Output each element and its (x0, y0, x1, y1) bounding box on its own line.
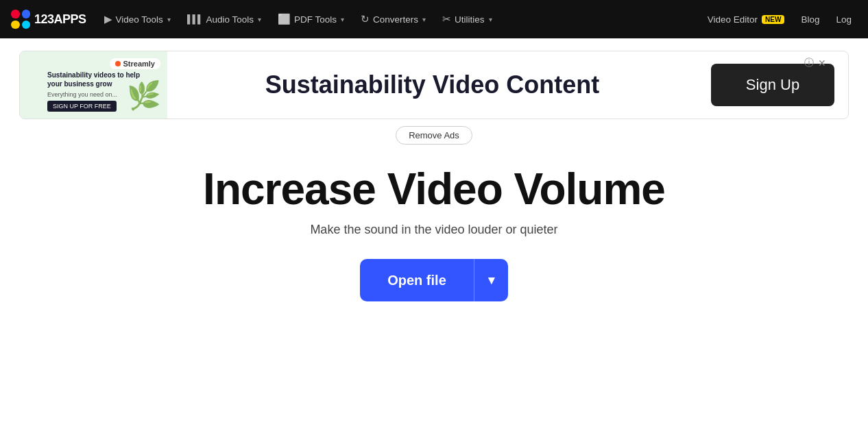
ad-signup-cta-btn[interactable]: Sign Up (711, 64, 834, 106)
logo-dot-cyan (22, 21, 31, 29)
ad-illustration: 🌿 (123, 75, 165, 116)
ad-controls: ⓘ ✕ (804, 57, 826, 69)
logo-dot-blue (22, 10, 31, 18)
nav-video-tools-label: Video Tools (116, 14, 163, 25)
logo[interactable]: 123APPS (11, 10, 86, 29)
nav-pdf-tools-label: PDF Tools (294, 14, 337, 25)
nav-audio-tools[interactable]: ▌▌▌ Audio Tools ▾ (180, 10, 268, 29)
streamly-label: Streamly (123, 60, 155, 68)
nav-video-editor[interactable]: Video Editor NEW (702, 10, 791, 29)
logo-dot-red (11, 10, 20, 18)
nav-utilities-label: Utilities (455, 14, 485, 25)
audio-tools-chevron: ▾ (258, 16, 261, 23)
nav-converters[interactable]: ↻ Converters ▾ (354, 9, 433, 29)
converters-chevron: ▾ (422, 16, 426, 23)
audio-tools-icon: ▌▌▌ (187, 14, 203, 24)
nav-right: Video Editor NEW Blog Log (702, 10, 857, 29)
ad-title: Sustainability Video Content (265, 71, 599, 99)
ad-left-panel: Streamly Sustainability videos to help y… (20, 51, 167, 119)
new-badge: NEW (762, 15, 784, 24)
hero-title: Increase Video Volume (203, 165, 665, 213)
nav-blog[interactable]: Blog (795, 10, 825, 29)
utilities-icon: ✂ (442, 13, 451, 25)
converters-icon: ↻ (361, 13, 370, 25)
open-file-button[interactable]: Open file ▾ (360, 259, 508, 301)
nav-video-tools[interactable]: ▶ Video Tools ▾ (97, 9, 178, 29)
nav-video-editor-label: Video Editor (708, 14, 758, 25)
remove-ads-button[interactable]: Remove Ads (396, 126, 472, 145)
hero-subtitle: Make the sound in the video louder or qu… (203, 223, 665, 237)
logo-dots (11, 10, 30, 29)
open-file-wrap: Open file ▾ (360, 259, 508, 301)
video-tools-chevron: ▾ (167, 16, 171, 23)
ad-signup-small-btn[interactable]: SIGN UP FOR FREE (47, 101, 117, 112)
streamly-dot (115, 61, 121, 66)
video-tools-icon: ▶ (104, 13, 112, 25)
utilities-chevron: ▾ (489, 16, 492, 23)
ad-center-panel: Sustainability Video Content (167, 51, 697, 119)
remove-ads-wrap: Remove Ads (396, 126, 472, 145)
leaf-icon: 🌿 (127, 79, 161, 112)
ad-banner: ⓘ ✕ Streamly Sustainability videos to he… (19, 51, 849, 119)
navbar: 123APPS ▶ Video Tools ▾ ▌▌▌ Audio Tools … (0, 0, 868, 38)
pdf-tools-icon: ⬜ (278, 13, 291, 25)
ad-close-icon[interactable]: ✕ (818, 58, 826, 69)
ad-info-icon[interactable]: ⓘ (804, 57, 814, 69)
nav-pdf-tools[interactable]: ⬜ PDF Tools ▾ (271, 9, 351, 29)
nav-audio-tools-label: Audio Tools (206, 14, 254, 25)
logo-text: 123APPS (34, 12, 86, 27)
open-file-label: Open file (360, 259, 474, 301)
nav-utilities[interactable]: ✂ Utilities ▾ (435, 9, 499, 29)
main-content: ⓘ ✕ Streamly Sustainability videos to he… (0, 38, 868, 422)
pdf-tools-chevron: ▾ (341, 16, 344, 23)
open-file-arrow-icon: ▾ (474, 259, 508, 301)
nav-login[interactable]: Log (830, 10, 857, 29)
logo-dot-yellow (11, 21, 20, 29)
hero-section: Increase Video Volume Make the sound in … (189, 165, 679, 237)
nav-converters-label: Converters (373, 14, 418, 25)
ad-streamly-badge: Streamly (110, 58, 160, 69)
